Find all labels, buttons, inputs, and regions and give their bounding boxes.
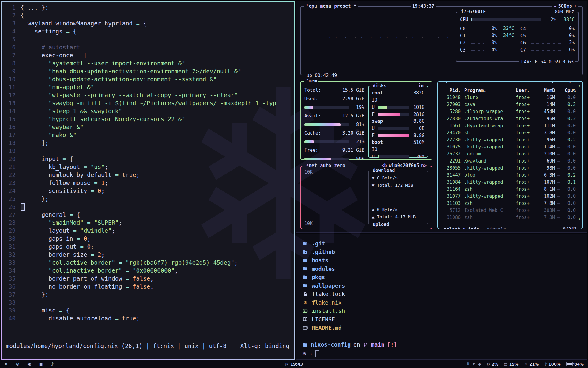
code-line[interactable]: 7 exec-once = [ — [2, 51, 294, 59]
column-cpu[interactable]: Cpu% — [562, 88, 581, 93]
record-icon[interactable]: ◉ — [27, 362, 31, 366]
process-row[interactable]: 26732codiumfros+210M0.0 — [441, 150, 581, 157]
shell-input-line[interactable]: ❄ → — [303, 349, 581, 358]
code-line[interactable]: 3 wayland.windowManager.hyprland = { — [2, 19, 294, 27]
code-line[interactable]: 20 input = { — [2, 155, 294, 163]
column-user[interactable]: User: — [515, 88, 537, 93]
code-line[interactable]: 10 "dbus-update-activation-environment -… — [2, 75, 294, 83]
code-line[interactable]: 5 — [2, 35, 294, 43]
process-row[interactable]: 28470shfros+3.8M0.0 — [441, 128, 581, 136]
process-row[interactable]: 27903cavafros+14M0.2 — [441, 100, 581, 107]
process-row[interactable]: 1561.Hyprland-wrapfros+111M0.0 — [441, 121, 581, 128]
power-icon[interactable]: ⊙ — [16, 362, 20, 366]
memory-usage[interactable]: ▤19% — [504, 362, 518, 366]
nix-menu-icon[interactable]: ❄ — [4, 362, 8, 366]
volume[interactable]: ♪100% — [544, 362, 560, 366]
select-action[interactable]: select — [444, 226, 460, 229]
mem-tab[interactable]: ²mem — [306, 78, 317, 84]
code-line[interactable]: 17 "mako &" — [2, 131, 294, 139]
code-line[interactable]: 11 "nm-applet &" — [2, 83, 294, 91]
proc-tab[interactable]: ⁴proc — [443, 81, 457, 84]
net-auto-button[interactable]: auto — [320, 163, 331, 169]
code-line[interactable]: 4 settings = { — [2, 27, 294, 35]
io-toggle-button[interactable]: io — [418, 83, 424, 89]
tree-toggle-button[interactable]: tree — [531, 81, 542, 84]
process-row[interactable]: 31075.kitty-wrappedfros+114M0.0 — [441, 143, 581, 150]
preset-button[interactable]: preset * — [334, 3, 356, 9]
code-line[interactable]: 26 — [2, 203, 294, 211]
code-line[interactable]: 13 "swaybg -m fill -i $(find ~/Pictures/… — [2, 99, 294, 107]
code-line[interactable]: 22 numlock_by_default = true; — [2, 171, 294, 179]
filter-button[interactable]: filter — [460, 81, 477, 84]
code-line[interactable]: 23 follow_mouse = 1; — [2, 179, 294, 187]
shield-tray-icon[interactable]: ◆ — [478, 362, 481, 366]
network-tray-icon[interactable]: ⇅ — [466, 362, 469, 366]
code-line[interactable]: 16 "waybar &" — [2, 123, 294, 131]
process-row[interactable]: 31948slurpfros+16M0.0 — [441, 93, 581, 100]
code-line[interactable]: 28 "$mainMod" = "SUPER"; — [2, 219, 294, 227]
column-memory[interactable]: MemB — [537, 88, 555, 93]
code-line[interactable]: 25 }; — [2, 195, 294, 203]
disks-tab[interactable]: disks — [373, 83, 386, 89]
process-row[interactable]: 31103zshfros+7.8M0.0 — [441, 199, 581, 206]
code-line[interactable]: 40 disable_autoreload = true; — [2, 314, 294, 322]
process-row[interactable]: 5280.floorp-wrappefros+454M0.0 — [441, 107, 581, 114]
code-line[interactable]: 32 border_size = 2; — [2, 251, 294, 259]
net-zero-button[interactable]: zero — [334, 163, 345, 169]
process-row[interactable]: 31077.kitty-wrappedfros+102M0.0 — [441, 192, 581, 199]
code-line[interactable]: 36 no_border_on_floating = false; — [2, 282, 294, 290]
code-line[interactable]: 8 "systemctl --user import-environment &… — [2, 59, 294, 67]
iface-next-button[interactable]: n> — [421, 163, 427, 169]
music-icon[interactable]: ♪ — [51, 362, 54, 366]
code-line[interactable]: 9 "hash dbus-update-activation-environme… — [2, 67, 294, 75]
brightness[interactable]: ☀21% — [524, 362, 539, 366]
cpu-tab[interactable]: ¹cpu — [306, 3, 317, 9]
process-row[interactable]: 2291Xwaylandfros+69M0.0 — [441, 157, 581, 164]
code-line[interactable]: 15 "hyprctl setcursor Nordzy-cursors 22 … — [2, 115, 294, 123]
scroll-up-icon[interactable]: ↑ — [578, 83, 581, 88]
code-line[interactable]: 30 gaps_in = 0; — [2, 235, 294, 243]
code-line[interactable]: 12 "wl-paste --primary --watch wl-copy -… — [2, 91, 294, 99]
code-line[interactable]: 27 general = { — [2, 211, 294, 219]
code-line[interactable]: 29 layout = "dwindle"; — [2, 227, 294, 235]
process-row[interactable]: 27730.kitty-wrappedfros+96M0.2 — [441, 136, 581, 143]
code-line[interactable]: 1{ ... }: — [2, 3, 294, 11]
process-row[interactable]: 31447btopfros+6.3M0.2 — [441, 171, 581, 178]
code-line[interactable]: 14 "sleep 1 && swaylock" — [2, 107, 294, 115]
process-row[interactable]: 31164zshfros+8.1M0.0 — [441, 185, 581, 192]
display-icon[interactable]: ▣ — [39, 362, 43, 366]
net-tab[interactable]: ³net — [306, 163, 317, 169]
code-line[interactable]: 18 ]; — [2, 139, 294, 147]
process-row[interactable]: 27830.audacious-wrafros+96M0.2 — [441, 114, 581, 121]
column-pid[interactable]: Pid: — [441, 88, 461, 93]
code-line[interactable]: 21 kb_layout = "us"; — [2, 163, 294, 171]
process-row[interactable]: 5712Isolated Web Cfros+303M0.0 — [441, 206, 581, 213]
column-program[interactable]: Program: — [461, 88, 515, 93]
code-line[interactable]: 19 — [2, 147, 294, 155]
code-token: ; — [150, 275, 153, 282]
interval-decrease-button[interactable]: - — [554, 3, 556, 9]
cpu-usage[interactable]: ⚙2% — [486, 362, 498, 366]
code-line[interactable]: 24 sensitivity = 0; — [2, 187, 294, 195]
code-line[interactable]: 33 "col.active_border" = "rgb(cba6f7) rg… — [2, 259, 294, 266]
scroll-down-icon[interactable]: ↓ — [578, 216, 581, 221]
sort-prev-button[interactable]: < — [544, 81, 547, 84]
process-row[interactable]: 28055.kitty-wrappedfros+98M0.0 — [441, 164, 581, 171]
menu-button[interactable]: menu — [320, 3, 331, 9]
code-line[interactable]: 37 }; — [2, 290, 294, 298]
code-line[interactable]: 38 — [2, 298, 294, 306]
battery[interactable]: 84% — [566, 362, 584, 366]
process-row[interactable]: 31086zshfros+7.3M0.0 — [441, 213, 581, 220]
code-line[interactable]: 35 border_part_of_window = false; — [2, 274, 294, 282]
code-line[interactable]: 6 # autostart — [2, 43, 294, 51]
sort-next-button[interactable]: > — [574, 81, 577, 84]
code-line[interactable]: 34 "col.inactive_border" = "0x00000000"; — [2, 266, 294, 274]
notification-tray-icon[interactable]: ▾ — [473, 362, 475, 366]
signals-action[interactable]: signals — [487, 226, 506, 229]
code-line[interactable]: 2{ — [2, 11, 294, 19]
process-row[interactable]: 31084.kitty-wrappedfros+107M0.1 — [441, 178, 581, 185]
code-line[interactable]: 31 gaps_out = 0; — [2, 243, 294, 251]
info-action[interactable]: info — [468, 226, 479, 229]
code-line[interactable]: 39 misc = { — [2, 306, 294, 314]
interval-increase-button[interactable]: + — [574, 3, 577, 9]
